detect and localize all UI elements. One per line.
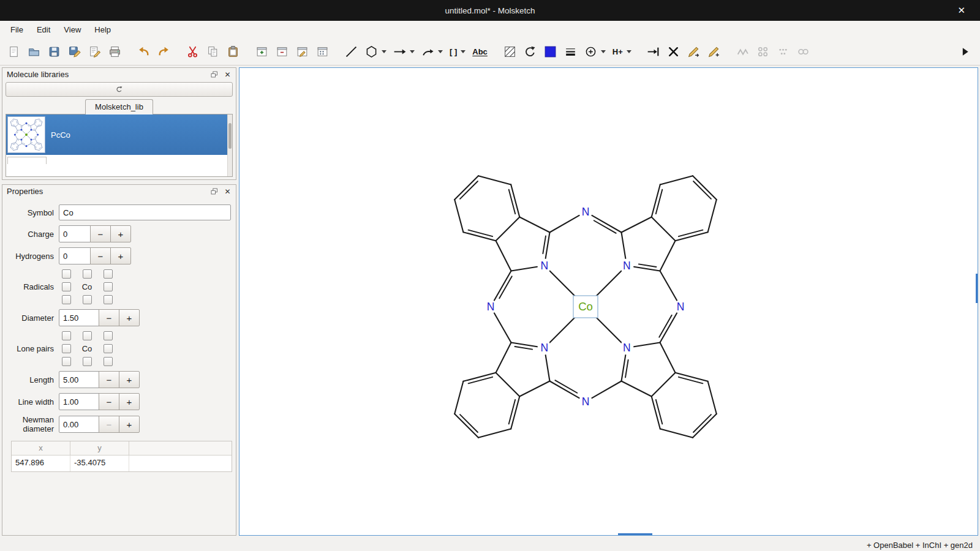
toolbar-extender[interactable] xyxy=(955,42,975,61)
tab-molsketch-lib[interactable]: Molsketch_lib xyxy=(85,99,153,114)
open-file-button[interactable] xyxy=(24,42,44,61)
edit-source-button[interactable] xyxy=(85,42,105,61)
atom-label-n[interactable]: N xyxy=(540,342,548,354)
line-width-tool[interactable] xyxy=(560,42,581,61)
menu-view[interactable]: View xyxy=(57,23,88,37)
new-file-button[interactable] xyxy=(4,42,24,61)
hatch-tool[interactable] xyxy=(500,42,520,61)
newman-diameter-increment-button[interactable]: + xyxy=(119,416,140,433)
print-button[interactable] xyxy=(105,42,125,61)
drawing-canvas[interactable]: CoNNNNNNNN xyxy=(239,67,978,536)
lone-pairs-checkbox[interactable] xyxy=(83,331,92,340)
remove-molecule-button[interactable] xyxy=(272,42,292,61)
save-as-button[interactable] xyxy=(64,42,85,61)
symbol-input[interactable] xyxy=(59,204,231,220)
molecule-pcco[interactable]: CoNNNNNNNN xyxy=(454,176,717,438)
reaction-arrow-tool[interactable] xyxy=(390,42,410,61)
mechanism-arrow-tool-dropdown-icon[interactable] xyxy=(438,50,443,53)
text-tool[interactable]: Abc xyxy=(469,42,491,61)
lone-pairs-checkbox[interactable] xyxy=(104,331,113,340)
atom-label-n[interactable]: N xyxy=(582,206,590,218)
insert-molecule-button[interactable] xyxy=(252,42,272,61)
hydrogens-input[interactable] xyxy=(59,247,91,264)
radicals-checkbox[interactable] xyxy=(62,295,71,304)
library-item-pcco[interactable]: PcCo xyxy=(6,114,232,155)
open-library-button[interactable] xyxy=(312,42,333,61)
edit-molecule-button[interactable] xyxy=(292,42,312,61)
radicals-checkbox[interactable] xyxy=(83,295,92,304)
mechanism-arrow-tool[interactable] xyxy=(418,42,438,61)
hydrogen-tool-dropdown-icon[interactable] xyxy=(627,50,631,53)
charge-input[interactable] xyxy=(59,225,91,242)
atom-label-n[interactable]: N xyxy=(540,260,548,272)
length-decrement-button[interactable]: − xyxy=(99,371,119,388)
reaction-arrow-tool-dropdown-icon[interactable] xyxy=(410,50,415,53)
atom-label-co[interactable]: Co xyxy=(578,300,593,313)
charge-tool[interactable] xyxy=(581,42,601,61)
radicals-checkbox[interactable] xyxy=(104,269,113,279)
save-button[interactable] xyxy=(44,42,64,61)
properties-float-icon[interactable] xyxy=(209,186,219,197)
draw-bond-tool[interactable] xyxy=(341,42,361,61)
mechanism-pen-tool[interactable] xyxy=(684,42,704,61)
undo-button[interactable] xyxy=(134,42,154,61)
menu-edit[interactable]: Edit xyxy=(30,23,57,37)
molecule-canvas-svg[interactable]: CoNNNNNNNN xyxy=(239,68,978,535)
hydrogens-increment-button[interactable]: + xyxy=(110,247,131,264)
atom-label-n[interactable]: N xyxy=(623,260,631,272)
lone-pairs-checkbox[interactable] xyxy=(104,344,113,353)
line-width-increment-button[interactable]: + xyxy=(119,393,140,410)
color-picker-button[interactable] xyxy=(540,42,560,61)
atom-label-n[interactable]: N xyxy=(677,301,685,313)
bracket-tool[interactable]: [ ] xyxy=(446,42,461,61)
redo-button[interactable] xyxy=(154,42,174,61)
coord-y-cell[interactable]: -35.4075 xyxy=(70,455,129,471)
atom-label-n[interactable]: N xyxy=(623,342,631,354)
chain-tool[interactable] xyxy=(733,42,753,61)
menu-file[interactable]: File xyxy=(4,23,30,37)
newman-diameter-input[interactable] xyxy=(59,416,99,433)
newman-diameter-decrement-button[interactable]: − xyxy=(99,416,119,433)
atom-label-n[interactable]: N xyxy=(582,395,590,408)
library-float-icon[interactable] xyxy=(209,69,219,80)
copy-button[interactable] xyxy=(203,42,223,61)
ring-tool[interactable] xyxy=(361,42,382,61)
length-input[interactable] xyxy=(59,371,99,388)
library-refresh-button[interactable] xyxy=(6,82,233,97)
line-width-input[interactable] xyxy=(59,393,99,410)
fused-rings-tool[interactable] xyxy=(793,42,813,61)
connect-tool[interactable] xyxy=(643,42,663,61)
charge-pen-tool[interactable] xyxy=(704,42,724,61)
window-close-icon[interactable]: ✕ xyxy=(954,0,969,21)
coord-x-cell[interactable]: 547.896 xyxy=(12,455,70,471)
canvas-vertical-scrollbar[interactable] xyxy=(976,274,978,303)
lone-pairs-checkbox[interactable] xyxy=(104,357,113,366)
library-scrollbar-handle[interactable] xyxy=(228,123,232,149)
menu-help[interactable]: Help xyxy=(88,23,118,37)
diameter-input[interactable] xyxy=(59,309,99,326)
radicals-checkbox[interactable] xyxy=(62,269,71,279)
paste-button[interactable] xyxy=(223,42,243,61)
library-item-next-partial[interactable] xyxy=(6,157,232,164)
atom-label-n[interactable]: N xyxy=(487,301,495,313)
library-scrollbar[interactable] xyxy=(227,114,232,176)
ring-numbers-tool[interactable] xyxy=(773,42,793,61)
length-increment-button[interactable]: + xyxy=(119,371,140,388)
properties-close-icon[interactable]: ✕ xyxy=(222,186,233,197)
delete-tool[interactable] xyxy=(663,42,684,61)
radicals-checkbox[interactable] xyxy=(83,269,92,279)
diameter-increment-button[interactable]: + xyxy=(119,309,140,326)
library-close-icon[interactable]: ✕ xyxy=(222,69,233,80)
charge-tool-dropdown-icon[interactable] xyxy=(601,50,606,53)
bracket-tool-dropdown-icon[interactable] xyxy=(461,50,466,53)
lone-pairs-checkbox[interactable] xyxy=(62,331,71,340)
lone-pairs-checkbox[interactable] xyxy=(62,344,71,353)
ring-tool-dropdown-icon[interactable] xyxy=(382,50,386,53)
cut-button[interactable] xyxy=(183,42,203,61)
diameter-decrement-button[interactable]: − xyxy=(99,309,119,326)
lone-pairs-checkbox[interactable] xyxy=(83,357,92,366)
charge-decrement-button[interactable]: − xyxy=(90,225,111,242)
title-bar[interactable]: untitled.mol* - Molsketch ✕ xyxy=(0,0,980,21)
sequence-tool[interactable] xyxy=(753,42,773,61)
charge-increment-button[interactable]: + xyxy=(110,225,131,242)
